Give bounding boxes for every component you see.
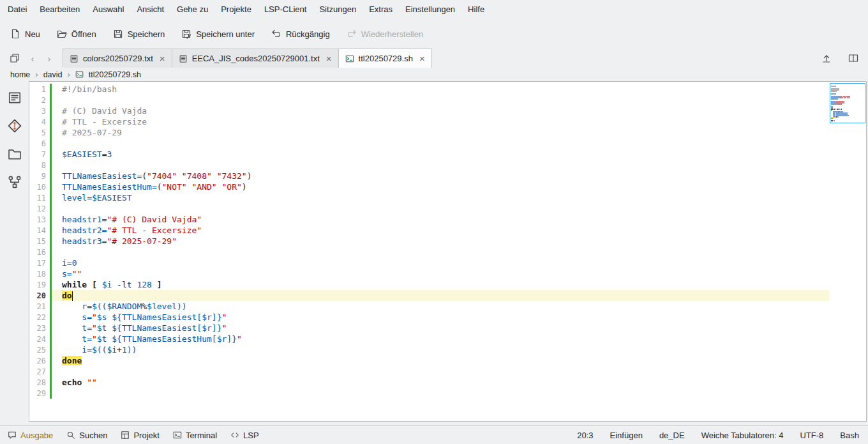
code-area[interactable]: 1#!/bin/bash23# (C) David Vajda4# TTL - … [29, 82, 829, 421]
close-icon[interactable]: × [419, 54, 425, 63]
close-icon[interactable]: × [326, 54, 332, 63]
filesystem-panel-button[interactable] [6, 145, 24, 163]
symbols-panel-button[interactable] [6, 89, 24, 107]
projekt-button[interactable]: Projekt [118, 431, 161, 440]
split-view-button[interactable] [844, 53, 863, 63]
menu-item-hilfe[interactable]: Hilfe [461, 0, 491, 19]
code-text: s="" [62, 269, 82, 279]
breadcrumb-home[interactable]: home [10, 70, 30, 79]
highlight-mode[interactable]: Bash [840, 431, 859, 440]
code-line[interactable]: 10TTLNamesEasiestHum=("NOT" "AND" "OR") [29, 181, 829, 192]
code-text: echo "" [62, 378, 97, 387]
terminal-icon [173, 431, 182, 440]
code-line[interactable]: 6 [29, 138, 829, 149]
speichern-button[interactable]: Speichern [113, 29, 165, 39]
dictionary[interactable]: de_DE [659, 431, 685, 440]
menu-item-bearbeiten[interactable]: Bearbeiten [33, 0, 86, 19]
line-number: 2 [29, 96, 46, 105]
tab-settings[interactable]: Weiche Tabulatoren: 4 [701, 431, 784, 440]
documents-stack-icon [10, 53, 20, 63]
editor[interactable]: 1#!/bin/bash23# (C) David Vajda4# TTL - … [29, 81, 867, 422]
menu-item-sitzungen[interactable]: Sitzungen [313, 0, 363, 19]
code-text: # (C) David Vajda [62, 106, 147, 116]
speichern-unter-button[interactable]: Speichern unter [181, 29, 255, 39]
code-line[interactable]: 9TTLNamesEasiest=("7404" "7408" "7432") [29, 171, 829, 181]
gutter: 11 [29, 192, 52, 203]
code-line[interactable]: 11level=$EASIEST [29, 192, 829, 203]
gutter: 14 [29, 225, 52, 236]
tab-eeca-jis-codes20250729001-txt[interactable]: EECA_JIS_codes20250729001.txt× [172, 49, 339, 68]
code-line[interactable]: 4# TTL - Excersize [29, 116, 829, 127]
code-line[interactable]: 8 [29, 160, 829, 171]
code-line[interactable]: 16 [29, 247, 829, 257]
code-line[interactable]: 29 [29, 388, 829, 399]
button-label: Speichern [128, 29, 165, 39]
code-line[interactable]: 22 s="$s ${TTLNamesEasiest[$r]}" [29, 312, 829, 323]
code-line[interactable]: 20do [29, 290, 829, 301]
minimap-scrollbar[interactable] [829, 82, 866, 421]
script-file-icon [75, 70, 84, 79]
modified-line-indicator [50, 138, 52, 149]
modified-line-indicator [50, 105, 52, 116]
statusbar-right: 20:3Einfügende_DEWeiche Tabulatoren: 4UT… [577, 431, 859, 440]
code-line[interactable]: 14headstr2="# TTL - Excersize" [29, 225, 829, 236]
menu-item-datei[interactable]: Datei [1, 0, 33, 19]
gutter: 13 [29, 214, 52, 225]
lsp-button[interactable]: LSP [228, 431, 262, 440]
code-line[interactable]: 23 t="$t ${TTLNamesEasiest[$r]}" [29, 323, 829, 333]
menu-item-projekte[interactable]: Projekte [214, 0, 258, 19]
forward-chevron-icon: › [48, 53, 51, 64]
code-line[interactable]: 3# (C) David Vajda [29, 105, 829, 116]
code-line[interactable]: 15headstr3="# 2025-07-29" [29, 236, 829, 247]
terminal-button[interactable]: Terminal [170, 431, 220, 440]
line-number: 24 [29, 335, 46, 344]
code-text: r=$(($RANDOM%$level)) [62, 302, 187, 311]
back-button[interactable]: ‹ [24, 49, 41, 68]
encoding[interactable]: UTF-8 [800, 431, 824, 440]
breadcrumb-file[interactable]: ttl20250729.sh [89, 70, 141, 79]
insert-mode[interactable]: Einfügen [610, 431, 643, 440]
tab-ttl20250729-sh[interactable]: ttl20250729.sh× [338, 49, 432, 68]
button-label: Rückgängig [286, 29, 330, 39]
menu-item-gehe-zu[interactable]: Gehe zu [170, 0, 214, 19]
code-line[interactable]: 13headstr1="# (C) David Vajda" [29, 214, 829, 225]
cursor-position[interactable]: 20:3 [577, 431, 593, 440]
code-line[interactable]: 1#!/bin/bash [29, 84, 829, 95]
code-line[interactable]: 12 [29, 203, 829, 214]
modified-line-indicator [50, 312, 52, 323]
menu-item-lsp-client[interactable]: LSP-CLient [258, 0, 313, 19]
code-line[interactable]: 24 t="$t ${TTLNamesEasiestHum[$r]}" [29, 333, 829, 344]
neu-button[interactable]: Neu [10, 29, 40, 39]
code-line[interactable]: 26done [29, 355, 829, 366]
menu-item-extras[interactable]: Extras [363, 0, 399, 19]
close-icon[interactable]: × [160, 54, 165, 63]
code-line[interactable]: 17i=0 [29, 257, 829, 268]
documents-list-button[interactable] [5, 49, 24, 68]
ffnen-button[interactable]: Öffnen [57, 29, 96, 39]
code-line[interactable]: 18s="" [29, 268, 829, 279]
code-line[interactable]: 27 [29, 366, 829, 377]
code-line[interactable]: 2 [29, 95, 829, 105]
suchen-button[interactable]: Suchen [64, 431, 110, 440]
r-ckg-ngig-button[interactable]: Rückgängig [271, 29, 330, 39]
text-file-icon [70, 54, 79, 63]
git-panel-button[interactable] [6, 117, 24, 135]
code-line[interactable]: 28echo "" [29, 377, 829, 388]
code-line[interactable]: 7$EASIEST=3 [29, 149, 829, 160]
detach-tab-button[interactable] [817, 53, 836, 63]
tab-colors20250729-txt[interactable]: colors20250729.txt× [63, 49, 172, 68]
code-text: headstr3="# 2025-07-29" [62, 236, 177, 246]
code-line[interactable]: 25 i=$(($i+1)) [29, 344, 829, 355]
code-line[interactable]: 19while [ $i -lt 128 ] [29, 279, 829, 290]
code-line[interactable]: 21 r=$(($RANDOM%$level)) [29, 301, 829, 312]
menu-item-ansicht[interactable]: Ansicht [130, 0, 170, 19]
external-tools-panel-button[interactable] [6, 173, 24, 191]
breadcrumb-david[interactable]: david [43, 70, 63, 79]
menu-item-auswahl[interactable]: Auswahl [86, 0, 130, 19]
code-text: # 2025-07-29 [62, 128, 122, 137]
code-text: level=$EASIEST [62, 193, 132, 203]
code-line[interactable]: 5# 2025-07-29 [29, 127, 829, 138]
menu-item-einstellungen[interactable]: Einstellungen [399, 0, 461, 19]
forward-button[interactable]: › [41, 49, 57, 68]
ausgabe-button[interactable]: Ausgabe [5, 431, 56, 440]
